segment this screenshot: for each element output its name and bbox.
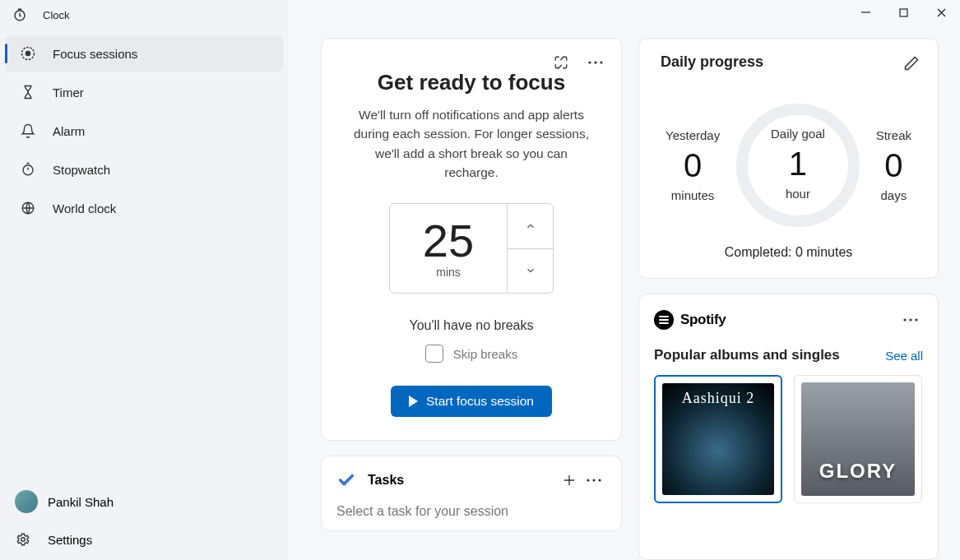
svg-rect-7 bbox=[900, 9, 907, 16]
spotify-section-title: Popular albums and singles bbox=[654, 347, 840, 363]
increment-button[interactable] bbox=[508, 204, 553, 249]
album-art: Aashiqui 2 bbox=[662, 383, 774, 495]
account-button[interactable]: Pankil Shah bbox=[0, 483, 288, 521]
nav: Focus sessions Timer Alarm Stopwatch Wor… bbox=[0, 30, 288, 483]
duration-value: 25 bbox=[423, 218, 474, 264]
start-focus-button[interactable]: Start focus session bbox=[391, 386, 552, 417]
sidebar-bottom: Pankil Shah Settings bbox=[0, 483, 288, 560]
app-title: Clock bbox=[43, 9, 70, 21]
nav-world-clock[interactable]: World clock bbox=[5, 190, 283, 226]
tasks-placeholder[interactable]: Select a task for your session bbox=[336, 504, 606, 519]
edit-goal-button[interactable] bbox=[900, 52, 923, 75]
spotify-card: Spotify Popular albums and singles See a… bbox=[638, 294, 939, 560]
spotify-brand: Spotify bbox=[680, 312, 726, 328]
stat-streak: Streak 0 days bbox=[876, 128, 911, 202]
skip-breaks-label: Skip breaks bbox=[453, 347, 517, 361]
stat-daily-goal: Daily goal 1 hour bbox=[736, 104, 860, 227]
svg-point-15 bbox=[909, 318, 911, 321]
album-art: GLORY bbox=[801, 382, 915, 496]
gear-icon bbox=[15, 531, 31, 548]
daily-progress-title: Daily progress bbox=[661, 53, 916, 71]
add-task-button[interactable] bbox=[557, 468, 582, 493]
duration-display: 25 mins bbox=[390, 204, 507, 293]
decrement-button[interactable] bbox=[508, 249, 553, 294]
svg-point-11 bbox=[587, 479, 589, 481]
tasks-card: Tasks Select a task for your session bbox=[321, 456, 622, 531]
see-all-link[interactable]: See all bbox=[885, 349, 923, 363]
focus-card: Get ready to focus We'll turn off notifi… bbox=[321, 38, 622, 441]
album-item[interactable]: GLORY bbox=[794, 375, 922, 503]
spotify-logo: Spotify bbox=[654, 310, 726, 330]
window-controls bbox=[846, 0, 960, 25]
main: Get ready to focus We'll turn off notifi… bbox=[288, 0, 960, 560]
daily-progress-card: Daily progress Yesterday 0 minutes Daily… bbox=[638, 38, 939, 279]
stopwatch-icon bbox=[20, 161, 36, 178]
nav-focus-sessions[interactable]: Focus sessions bbox=[5, 35, 283, 72]
titlebar: Clock bbox=[0, 0, 288, 30]
minimize-button[interactable] bbox=[846, 0, 884, 25]
bell-icon bbox=[20, 123, 36, 139]
svg-point-5 bbox=[21, 538, 26, 542]
nav-label: Alarm bbox=[53, 124, 85, 138]
sidebar: Clock Focus sessions Timer Alarm Stopwat… bbox=[0, 0, 288, 560]
content: Get ready to focus We'll turn off notifi… bbox=[288, 0, 960, 560]
spotify-more-button[interactable] bbox=[898, 308, 923, 332]
nav-stopwatch[interactable]: Stopwatch bbox=[5, 151, 283, 187]
svg-point-12 bbox=[592, 479, 595, 481]
hourglass-icon bbox=[20, 84, 36, 100]
nav-label: World clock bbox=[53, 201, 116, 215]
play-icon bbox=[409, 396, 418, 407]
duration-unit: mins bbox=[436, 266, 461, 279]
nav-label: Focus sessions bbox=[53, 47, 137, 61]
target-icon bbox=[20, 45, 36, 62]
nav-timer[interactable]: Timer bbox=[5, 74, 283, 110]
nav-label: Timer bbox=[53, 86, 84, 100]
tasks-more-button[interactable] bbox=[582, 468, 606, 493]
spotify-icon bbox=[654, 310, 674, 330]
svg-point-9 bbox=[594, 61, 596, 63]
svg-point-16 bbox=[915, 318, 917, 321]
skip-breaks-checkbox[interactable] bbox=[425, 345, 443, 363]
settings-label: Settings bbox=[48, 533, 92, 547]
svg-point-10 bbox=[600, 61, 602, 63]
collapse-button[interactable] bbox=[549, 50, 573, 75]
tasks-title: Tasks bbox=[368, 473, 557, 488]
completed-text: Completed: 0 minutes bbox=[661, 245, 916, 260]
duration-stepper: 25 mins bbox=[389, 203, 554, 294]
nav-label: Stopwatch bbox=[53, 163, 110, 177]
user-name: Pankil Shah bbox=[48, 495, 114, 509]
album-item[interactable]: Aashiqui 2 bbox=[654, 375, 782, 503]
more-button[interactable] bbox=[583, 50, 608, 75]
svg-point-14 bbox=[903, 318, 906, 321]
stat-yesterday: Yesterday 0 minutes bbox=[666, 128, 720, 202]
focus-description: We'll turn off notifications and app ale… bbox=[348, 105, 595, 182]
close-button[interactable] bbox=[922, 0, 960, 25]
breaks-info: You'll have no breaks bbox=[348, 318, 595, 333]
start-label: Start focus session bbox=[426, 394, 534, 409]
maximize-button[interactable] bbox=[884, 0, 922, 25]
globe-icon bbox=[20, 200, 36, 216]
avatar bbox=[15, 490, 38, 513]
clock-app-icon bbox=[12, 7, 28, 23]
settings-button[interactable]: Settings bbox=[0, 521, 288, 558]
svg-point-2 bbox=[26, 52, 30, 56]
nav-alarm[interactable]: Alarm bbox=[5, 113, 283, 149]
svg-point-13 bbox=[598, 479, 601, 481]
todo-icon bbox=[336, 470, 356, 490]
svg-point-8 bbox=[588, 61, 591, 63]
